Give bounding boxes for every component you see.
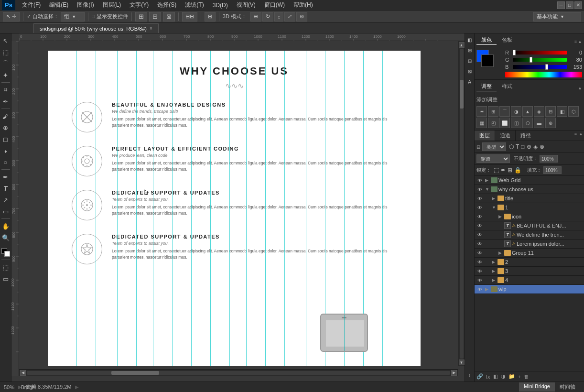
layer-vis-g2[interactable]: 👁: [476, 259, 483, 265]
paths-tab[interactable]: 路径: [516, 131, 536, 141]
adj-vibrance[interactable]: ▲: [522, 106, 533, 117]
screen-mode-btn[interactable]: ▭: [0, 273, 11, 284]
layers-adj-btn[interactable]: ◑: [501, 373, 506, 380]
eraser-tool[interactable]: ◻: [0, 134, 11, 144]
filter-icon2[interactable]: T: [516, 143, 519, 150]
crop-tool[interactable]: ⌗: [0, 85, 11, 95]
align-left-btn[interactable]: ⊞: [135, 12, 147, 22]
layer-group11[interactable]: 👁 ▶ Group 11: [475, 249, 584, 258]
adj-channelmix[interactable]: ▦: [476, 118, 487, 128]
mask-mode-btn[interactable]: ⬚: [0, 262, 11, 272]
menu-select[interactable]: 选择(S): [153, 0, 180, 10]
lasso-tool[interactable]: ⌒: [0, 58, 11, 69]
scroll-right-btn[interactable]: ▶: [451, 370, 457, 376]
opacity-input[interactable]: [540, 155, 558, 163]
layers-folder-btn[interactable]: 📁: [508, 373, 515, 380]
layer-vis-g11[interactable]: 👁: [476, 250, 483, 256]
3d-btn4[interactable]: ⤢: [284, 12, 295, 22]
layer-vis-beautiful[interactable]: 👁: [476, 222, 483, 229]
maximize-btn[interactable]: □: [566, 1, 573, 9]
layer-type-filter[interactable]: 类型: [482, 142, 506, 151]
adj-posterize[interactable]: ◫: [511, 118, 521, 128]
adj-curves[interactable]: ⌒: [499, 106, 510, 117]
mini-panel-icon4[interactable]: ⊠: [465, 67, 474, 76]
mini-bridge-tab[interactable]: Mini Bridge: [519, 382, 555, 392]
layer-lorem[interactable]: 👁 ▶ T ⚠ Lorem ipsum dolor...: [475, 240, 584, 249]
layer-we-define[interactable]: 👁 ▶ T ⚠ We define the tren...: [475, 230, 584, 240]
layers-new-btn[interactable]: +: [518, 374, 521, 380]
type-tool[interactable]: T: [0, 183, 11, 194]
vertical-scrollbar[interactable]: ▲ ▼: [458, 41, 465, 366]
timeline-tab[interactable]: 时间轴: [555, 382, 580, 392]
layer-wip[interactable]: 👁 ▶ wip: [475, 285, 584, 294]
eyedropper-tool[interactable]: ✒: [0, 96, 11, 107]
dodge-tool[interactable]: ○: [0, 157, 11, 167]
filter-icon6[interactable]: ⊗: [540, 143, 544, 150]
3d-btn1[interactable]: ⊕: [250, 12, 261, 22]
filter-icon1[interactable]: ⬡: [509, 143, 514, 150]
color-panel-menu[interactable]: ≡: [574, 39, 577, 44]
arrange-btn[interactable]: ⊞: [205, 12, 216, 22]
paint-bucket-tool[interactable]: ⬧: [0, 145, 11, 156]
canvas-scroll[interactable]: WHY CHOOSE US ∿∿∿ BEAUTIFUL & ENJOYABLE …: [19, 41, 465, 376]
mini-panel-icon2[interactable]: ⊞: [465, 46, 474, 54]
layer-expand-why[interactable]: ▼: [485, 187, 490, 192]
layers-tab[interactable]: 图层: [475, 131, 495, 141]
color-panel-collapse[interactable]: ▲: [578, 39, 582, 44]
adj-gradient[interactable]: ▬: [534, 118, 544, 128]
blend-mode-select[interactable]: 穿透: [476, 154, 510, 163]
menu-window[interactable]: 窗口(W): [260, 0, 289, 10]
styles-tab[interactable]: 样式: [497, 82, 517, 91]
menu-filter[interactable]: 滤镜(T): [181, 0, 207, 10]
channels-tab[interactable]: 通道: [495, 131, 516, 141]
color-slider-b[interactable]: [513, 65, 567, 69]
layer-beautiful[interactable]: 👁 ▶ T ⚠ BEAUTIFUL & ENJ...: [475, 221, 584, 230]
menu-image[interactable]: 图像(I): [73, 0, 97, 10]
filter-icon3[interactable]: □: [521, 143, 524, 150]
lock-icon3[interactable]: ⊞: [508, 167, 512, 174]
close-btn[interactable]: ✕: [574, 1, 582, 9]
mini-panel-icon6[interactable]: ↕: [465, 371, 474, 380]
layer-vis-wip[interactable]: 👁: [476, 286, 483, 293]
brush-tool[interactable]: 🖌: [0, 111, 11, 121]
align-right-btn[interactable]: ⊠: [163, 12, 175, 22]
distribute-btn[interactable]: ⊟⊟: [182, 12, 197, 22]
layer-expand-g4[interactable]: ▶: [492, 278, 497, 283]
layer-expand-g2[interactable]: ▶: [492, 260, 497, 264]
layer-group-1[interactable]: 👁 ▼ 1: [475, 203, 584, 212]
minimize-btn[interactable]: ─: [557, 1, 565, 9]
marquee-tool[interactable]: ⬚: [0, 47, 11, 57]
layers-panel-collapse[interactable]: ▲: [578, 131, 584, 141]
layer-expand-g1[interactable]: ▼: [492, 205, 497, 210]
layer-group2[interactable]: 👁 ▶ 2: [475, 258, 584, 267]
layer-expand-title[interactable]: ▶: [492, 196, 497, 201]
filter-icon4[interactable]: ⊕: [527, 143, 531, 150]
align-center-btn[interactable]: ⊟: [149, 12, 161, 22]
adj-exposure[interactable]: ◑: [511, 106, 521, 117]
adj-hsl[interactable]: ◈: [534, 106, 544, 117]
color-slider-r[interactable]: [513, 51, 567, 54]
magic-wand-tool[interactable]: ✦: [0, 70, 11, 80]
zoom-tool[interactable]: 🔍: [0, 232, 11, 243]
shape-tool[interactable]: ▭: [0, 206, 11, 217]
adj-selectcolor[interactable]: ⊕: [545, 118, 556, 128]
layer-vis-web-grid[interactable]: 👁: [476, 177, 483, 184]
menu-layer[interactable]: 图层(L): [99, 0, 125, 10]
lock-icon2[interactable]: ✒: [501, 167, 506, 174]
layer-expand-web-grid[interactable]: ▶: [485, 178, 490, 183]
layer-web-grid[interactable]: 👁 ▶ Web Grid: [475, 176, 584, 185]
adj-colorlook[interactable]: ◰: [488, 118, 498, 128]
menu-file[interactable]: 文件(F): [18, 0, 44, 10]
workspace-dropdown[interactable]: 基本功能▼: [533, 12, 581, 22]
layer-group3[interactable]: 👁 ▶ 3: [475, 267, 584, 276]
layer-vis-g1[interactable]: 👁: [476, 204, 483, 211]
3d-btn2[interactable]: ↻: [262, 12, 273, 22]
layer-vis-define[interactable]: 👁: [476, 231, 483, 238]
menu-help[interactable]: 帮助(H): [290, 0, 317, 10]
swatches-tab[interactable]: 色板: [497, 35, 517, 45]
layers-delete-btn[interactable]: 🗑: [524, 374, 529, 380]
layer-why-choose-us[interactable]: 👁 ▼ why choose us: [475, 185, 584, 194]
layer-vis-lorem[interactable]: 👁: [476, 240, 483, 247]
menu-3d[interactable]: 3D(D): [209, 1, 232, 10]
document-tab[interactable]: sndsgn.psd @ 50% (why choose us, RGB/8#)…: [33, 23, 159, 33]
